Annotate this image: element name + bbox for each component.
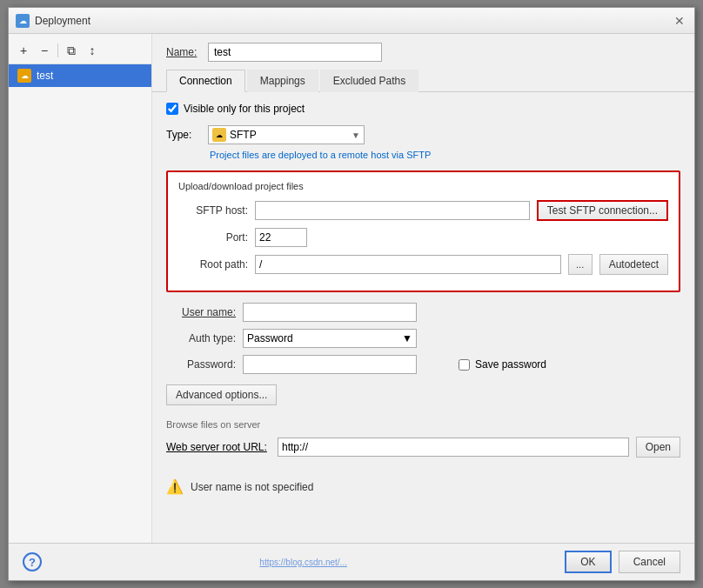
type-dropdown[interactable]: ☁ SFTP ▼ [208,125,365,144]
sidebar-item-test[interactable]: ☁ test [9,64,151,87]
tab-excluded-paths[interactable]: Excluded Paths [320,70,418,92]
tab-bar: Connection Mappings Excluded Paths [152,69,694,92]
auth-type-dropdown[interactable]: Password ▼ [243,329,417,348]
browse-section-title: Browse files on server [166,419,680,430]
sftp-host-label: SFTP host: [178,204,248,217]
deployment-dialog: ☁ Deployment ✕ + − ⧉ ↕ ☁ test [8,7,695,581]
move-server-button[interactable]: ↕ [83,41,102,60]
username-row: User name: [166,303,680,322]
warning-row: ⚠️ User name is not specified [166,471,680,502]
upload-section: Upload/download project files SFTP host:… [166,170,680,292]
visible-checkbox-row: Visible only for this project [166,103,680,115]
toolbar-divider [57,43,58,57]
save-password-row: Save password [459,358,546,371]
password-input[interactable] [243,355,417,374]
password-row: Password: Save password [166,355,680,374]
username-label: User name: [166,306,236,318]
sidebar-toolbar-area: + − ⧉ ↕ ☁ test [9,37,151,87]
auth-type-label: Auth type: [166,332,236,344]
save-password-label[interactable]: Save password [475,358,546,371]
advanced-options-button[interactable]: Advanced options... [166,384,277,405]
test-sftp-button[interactable]: Test SFTP connection... [537,200,668,221]
dialog-body: + − ⧉ ↕ ☁ test Name: [9,34,694,543]
type-info: Project files are deployed to a remote h… [210,150,680,160]
port-input[interactable] [255,228,307,247]
save-password-checkbox[interactable] [459,359,470,371]
sidebar-toolbar: + − ⧉ ↕ [9,37,151,64]
dialog-footer: ? https://blog.csdn.net/... OK Cancel [9,543,694,580]
server-icon: ☁ [17,69,31,83]
title-bar-left: ☁ Deployment [16,14,90,28]
warning-icon: ⚠️ [166,478,184,495]
name-input[interactable] [208,43,382,62]
root-path-row: Root path: ... Autodetect [178,254,668,275]
open-button[interactable]: Open [636,437,680,458]
tab-mappings[interactable]: Mappings [247,70,318,92]
sftp-host-row: SFTP host: Test SFTP connection... [178,200,668,221]
sftp-host-input[interactable] [255,201,530,220]
auth-type-value: Password [247,332,293,344]
tab-content-connection: Visible only for this project Type: ☁ SF… [152,92,694,543]
warning-text: User name is not specified [191,481,313,493]
type-label: Type: [166,129,201,141]
add-server-button[interactable]: + [14,41,33,60]
port-row: Port: [178,228,668,247]
sftp-icon: ☁ [212,128,226,142]
type-value: SFTP [230,129,257,141]
username-input[interactable] [243,303,417,322]
browse-section: Browse files on server Web server root U… [166,419,680,458]
web-url-input[interactable] [278,438,629,457]
dialog-title: Deployment [35,15,90,27]
web-url-label: Web server root URL: [166,441,271,453]
advanced-options-row: Advanced options... [166,384,680,405]
watermark: https://blog.csdn.net/... [259,558,347,567]
root-path-label: Root path: [178,258,248,271]
copy-server-button[interactable]: ⧉ [62,41,81,60]
sidebar: + − ⧉ ↕ ☁ test [9,34,152,543]
footer-right: OK Cancel [565,551,680,573]
main-panel: Name: Connection Mappings Excluded Paths [152,34,694,543]
visible-checkbox[interactable] [166,103,178,115]
autodetect-button[interactable]: Autodetect [599,254,668,275]
visible-checkbox-label[interactable]: Visible only for this project [184,103,305,115]
dropdown-arrow: ▼ [352,130,360,140]
ok-button[interactable]: OK [565,551,611,573]
root-path-input[interactable] [255,255,561,274]
port-label: Port: [178,231,248,244]
auth-type-row: Auth type: Password ▼ [166,329,680,348]
name-row: Name: [152,34,694,69]
help-button[interactable]: ? [23,552,42,571]
type-row: Type: ☁ SFTP ▼ [166,125,680,144]
remove-server-button[interactable]: − [35,41,54,60]
close-button[interactable]: ✕ [672,13,687,29]
auth-dropdown-arrow: ▼ [402,332,412,344]
sidebar-item-label: test [37,70,53,82]
password-label: Password: [166,358,236,371]
title-bar: ☁ Deployment ✕ [9,8,694,34]
web-url-row: Web server root URL: Open [166,437,680,458]
upload-section-title: Upload/download project files [178,181,668,191]
dialog-icon: ☁ [16,14,30,28]
cancel-button[interactable]: Cancel [619,551,680,573]
root-path-browse-button[interactable]: ... [568,254,593,275]
name-label: Name: [166,46,201,58]
tab-connection[interactable]: Connection [166,70,245,92]
footer-left: ? [23,552,42,571]
